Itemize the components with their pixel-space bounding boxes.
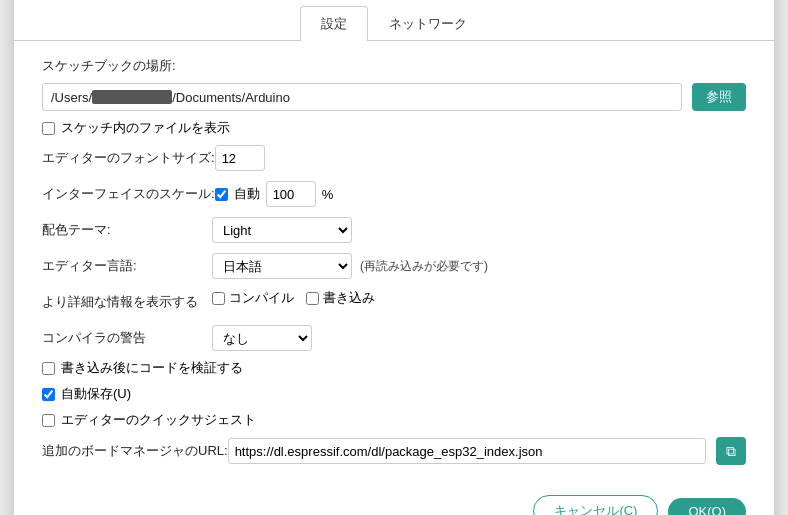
language-note: (再読み込みが必要です): [360, 258, 488, 275]
compiler-warning-label: コンパイラの警告: [42, 329, 212, 347]
cancel-button[interactable]: キャンセル(C): [533, 495, 658, 515]
verbose-upload-label: 書き込み: [323, 289, 375, 307]
font-size-label: エディターのフォントサイズ:: [42, 149, 215, 167]
ok-button[interactable]: OK(O): [668, 498, 746, 516]
compiler-warning-row: コンパイラの警告 なし デフォルト 多め すべて: [42, 325, 746, 351]
interface-scale-row: インターフェイスのスケール: 自動 %: [42, 181, 746, 207]
verbose-controls: コンパイル 書き込み: [212, 289, 375, 307]
verbose-upload-item: 書き込み: [306, 289, 375, 307]
show-files-checkbox[interactable]: [42, 122, 55, 135]
scale-value-input[interactable]: [266, 181, 316, 207]
auto-label: 自動: [234, 185, 260, 203]
auto-save-row: 自動保存(U): [42, 385, 746, 403]
verify-after-upload-row: 書き込み後にコードを検証する: [42, 359, 746, 377]
color-theme-label: 配色テーマ:: [42, 221, 212, 239]
tab-settings[interactable]: 設定: [300, 6, 368, 41]
verify-after-upload-label: 書き込み後にコードを検証する: [61, 359, 243, 377]
compiler-warning-select[interactable]: なし デフォルト 多め すべて: [212, 325, 312, 351]
quick-suggestions-checkbox[interactable]: [42, 414, 55, 427]
dialog-footer: キャンセル(C) OK(O): [14, 483, 774, 515]
sketchbook-label: スケッチブックの場所:: [42, 57, 212, 75]
verbose-label: より詳細な情報を表示する: [42, 293, 212, 311]
quick-suggestions-row: エディターのクイックサジェスト: [42, 411, 746, 429]
sketchbook-path-field[interactable]: /Users//Documents/Arduino: [42, 83, 682, 111]
tab-network[interactable]: ネットワーク: [368, 6, 488, 41]
sketchbook-path-row: /Users//Documents/Arduino 参照: [42, 83, 746, 111]
path-redacted: [92, 90, 172, 104]
additional-boards-url-row: 追加のボードマネージャのURL: ⧉: [42, 437, 746, 465]
font-size-input[interactable]: [215, 145, 265, 171]
verbose-row: より詳細な情報を表示する コンパイル 書き込み: [42, 289, 746, 315]
verbose-compile-item: コンパイル: [212, 289, 294, 307]
dialog: 基本設定 ✕ 設定 ネットワーク スケッチブックの場所: /Users//Doc…: [14, 0, 774, 515]
auto-save-label: 自動保存(U): [61, 385, 131, 403]
color-theme-select[interactable]: Light Dark System: [212, 217, 352, 243]
additional-boards-url-icon-button[interactable]: ⧉: [716, 437, 746, 465]
auto-scale-checkbox[interactable]: [215, 188, 228, 201]
editor-language-label: エディター言語:: [42, 257, 212, 275]
auto-save-checkbox[interactable]: [42, 388, 55, 401]
tab-bar: 設定 ネットワーク: [14, 6, 774, 41]
interface-scale-controls: 自動 %: [215, 181, 334, 207]
color-theme-row: 配色テーマ: Light Dark System: [42, 217, 746, 243]
dialog-body: スケッチブックの場所: /Users//Documents/Arduino 参照…: [14, 41, 774, 483]
quick-suggestions-label: エディターのクイックサジェスト: [61, 411, 256, 429]
interface-scale-label: インターフェイスのスケール:: [42, 185, 215, 203]
verbose-compile-checkbox[interactable]: [212, 292, 225, 305]
additional-boards-url-label: 追加のボードマネージャのURL:: [42, 442, 228, 460]
editor-language-select[interactable]: 日本語 English: [212, 253, 352, 279]
verbose-compile-label: コンパイル: [229, 289, 294, 307]
verify-after-upload-checkbox[interactable]: [42, 362, 55, 375]
editor-language-row: エディター言語: 日本語 English (再読み込みが必要です): [42, 253, 746, 279]
path-prefix: /Users/: [51, 90, 92, 105]
browse-button[interactable]: 参照: [692, 83, 746, 111]
verbose-upload-checkbox[interactable]: [306, 292, 319, 305]
show-files-label: スケッチ内のファイルを表示: [61, 119, 230, 137]
additional-boards-url-input[interactable]: [228, 438, 706, 464]
path-suffix: /Documents/Arduino: [172, 90, 290, 105]
show-files-row: スケッチ内のファイルを表示: [42, 119, 746, 137]
url-icon: ⧉: [726, 443, 736, 460]
sketchbook-row: スケッチブックの場所:: [42, 57, 746, 75]
font-size-row: エディターのフォントサイズ:: [42, 145, 746, 171]
scale-unit: %: [322, 187, 334, 202]
